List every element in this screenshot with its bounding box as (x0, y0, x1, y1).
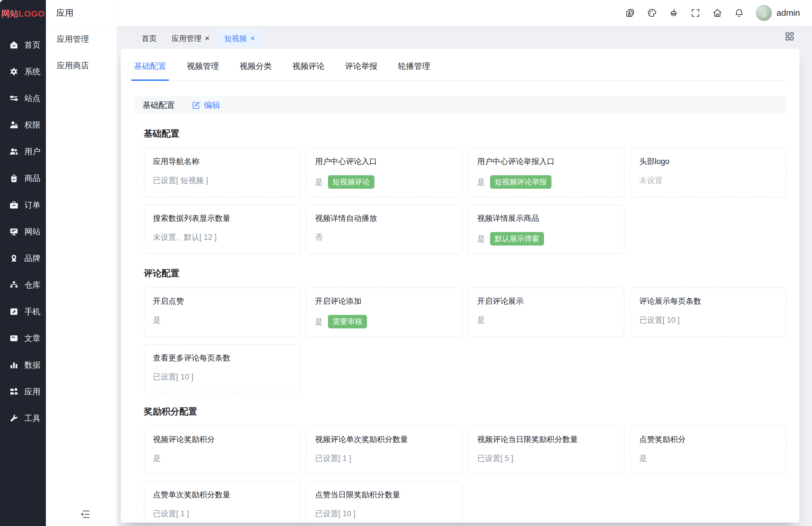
config-card-value-text: 否 (315, 232, 323, 242)
config-card-value-text: 是 (477, 234, 485, 244)
section-title: 奖励积分配置 (144, 406, 777, 418)
config-card: 用户中心评论举报入口是短视频评论举报 (468, 148, 624, 197)
permission-icon (9, 120, 19, 130)
sidebar-item-article[interactable]: 文章 (0, 325, 46, 352)
warehouse-icon (9, 280, 19, 290)
config-card-value-text: 是 (477, 177, 485, 187)
sidebar-item-goods[interactable]: 商品 (0, 165, 46, 192)
sidebar-item-data[interactable]: 数据 (0, 352, 46, 378)
page-tab-app-manage[interactable]: 应用管理× (164, 30, 217, 47)
translate-button[interactable] (625, 8, 635, 18)
config-card: 点赞单次奖励积分数量已设置[ 1 ] (144, 481, 300, 523)
edit-button[interactable]: 编辑 (191, 100, 220, 111)
config-tab-2[interactable]: 视频分类 (240, 61, 272, 80)
config-card-value: 是 (153, 315, 291, 325)
sidebar-item-order[interactable]: 订单 (0, 192, 46, 218)
config-card-value-text: 已设置[ 10 ] (315, 509, 356, 519)
fullscreen-icon (690, 8, 701, 18)
sidebar-item-permission[interactable]: 权限 (0, 112, 46, 138)
config-tab-0[interactable]: 基础配置 (134, 61, 166, 80)
sidebar-item-warehouse[interactable]: 仓库 (0, 272, 46, 298)
sidebar-item-apps[interactable]: 应用 (0, 378, 46, 405)
sidebar-item-mobile[interactable]: 手机 (0, 298, 46, 325)
close-icon[interactable]: × (205, 34, 209, 42)
avatar[interactable] (756, 5, 772, 21)
config-card-value: 已设置[ 10 ] (153, 372, 291, 382)
sidebar-item-label: 手机 (24, 306, 41, 317)
brush-button[interactable] (669, 8, 679, 18)
status-badge: 短视频评论举报 (490, 175, 551, 189)
close-icon[interactable]: × (250, 34, 255, 42)
collapse-sidebar-button[interactable] (78, 508, 91, 520)
submenu-list: 应用管理应用商店 (46, 26, 117, 79)
sidebar-item-website[interactable]: 网站 (0, 218, 46, 245)
config-tab-5[interactable]: 轮播管理 (398, 61, 430, 80)
sidebar-item-label: 工具 (24, 413, 41, 424)
config-card: 用户中心评论入口是短视频评论 (306, 148, 462, 197)
config-card: 视频评论单次奖励积分数量已设置[ 1 ] (306, 426, 462, 474)
sidebar-item-label: 订单 (24, 200, 41, 210)
sidebar-item-user[interactable]: 用户 (0, 138, 46, 165)
submenu-item-app-manage[interactable]: 应用管理 (46, 26, 117, 53)
config-card-label: 视频评论当日限奖励积分数量 (477, 434, 615, 444)
section-toolbar: 基础配置 编辑 (134, 96, 786, 114)
bell-button[interactable] (734, 8, 744, 18)
config-card: 视频详情展示商品是默认展示弹窗 (468, 204, 624, 254)
sidebar-item-home[interactable]: 首页 (0, 31, 46, 58)
fullscreen-button[interactable] (690, 8, 701, 18)
card-grid: 开启点赞是开启评论添加是需要审核开启评论展示是评论展示每页条数已设置[ 10 ]… (144, 287, 777, 392)
config-sections: 基础配置应用导航名称已设置[ 短视频 ]用户中心评论入口是短视频评论用户中心评论… (134, 128, 786, 523)
sidebar-item-label: 站点 (24, 93, 41, 104)
config-card: 搜索数据列表显示数量未设置、默认[ 12 ] (144, 204, 300, 254)
config-card-label: 点赞奖励积分 (639, 434, 777, 444)
sidebar-item-tools[interactable]: 工具 (0, 405, 46, 432)
config-card-label: 视频评论奖励积分 (153, 434, 291, 444)
page-tab-label: 首页 (142, 33, 157, 44)
primary-nav: 首页系统站点权限用户商品订单网站品牌仓库手机文章数据应用工具 (0, 28, 46, 432)
config-card: 点赞奖励积分是 (630, 426, 786, 474)
panel-body: 基础配置 编辑 基础配置应用导航名称已设置[ 短视频 ]用户中心评论入口是短视频… (121, 81, 799, 523)
user-menu[interactable]: admin (756, 5, 800, 21)
system-icon (9, 67, 19, 76)
website-icon (9, 227, 19, 236)
config-tab-1[interactable]: 视频管理 (187, 61, 219, 80)
config-card: 点赞当日限奖励积分数量已设置[ 10 ] (306, 481, 462, 523)
config-card-label: 开启评论展示 (477, 296, 615, 306)
config-card-label: 点赞当日限奖励积分数量 (315, 490, 453, 500)
page-tab-home[interactable]: 首页 (134, 30, 164, 47)
topbar-icon-group (625, 8, 744, 18)
config-card-label: 搜索数据列表显示数量 (153, 213, 291, 223)
config-card-value: 否 (315, 232, 453, 242)
main-column: admin 首页应用管理×短视频× 基础配置视频管理视频分类视频评论评论举报轮播… (117, 0, 812, 526)
config-card-label: 视频详情自动播放 (315, 213, 453, 223)
sidebar-item-site[interactable]: 站点 (0, 85, 46, 112)
home-button[interactable] (712, 8, 723, 18)
logo-text-2: LOGO (19, 9, 44, 19)
edit-button-label: 编辑 (204, 100, 220, 111)
config-tab-3[interactable]: 视频评论 (292, 61, 324, 80)
apps-icon (9, 387, 19, 396)
sidebar-item-label: 用户 (24, 146, 41, 157)
tab-options-button[interactable] (784, 31, 795, 42)
palette-icon (647, 8, 657, 18)
content-panel: 基础配置视频管理视频分类视频评论评论举报轮播管理 基础配置 编辑 基础配置应用导… (121, 49, 799, 523)
sidebar-item-system[interactable]: 系统 (0, 58, 46, 85)
bell-icon (734, 8, 744, 18)
sidebar-item-brand[interactable]: 品牌 (0, 245, 46, 272)
status-badge: 需要审核 (328, 315, 367, 328)
config-card: 视频详情自动播放否 (306, 204, 462, 254)
config-card-value: 已设置[ 10 ] (315, 509, 453, 519)
submenu-item-app-store[interactable]: 应用商店 (46, 53, 117, 79)
page-tab-short-video[interactable]: 短视频× (217, 30, 262, 47)
config-tab-4[interactable]: 评论举报 (345, 61, 377, 80)
palette-button[interactable] (647, 8, 657, 18)
config-card: 应用导航名称已设置[ 短视频 ] (144, 148, 300, 197)
goods-icon (9, 174, 19, 183)
config-card: 视频评论奖励积分是 (144, 426, 300, 474)
data-icon (9, 360, 19, 370)
config-card-label: 视频评论单次奖励积分数量 (315, 434, 453, 444)
page-tabs: 首页应用管理×短视频× (121, 26, 799, 47)
config-card-value-text: 已设置[ 短视频 ] (153, 175, 208, 186)
brush-icon (669, 8, 679, 18)
sidebar-item-label: 品牌 (24, 253, 41, 264)
